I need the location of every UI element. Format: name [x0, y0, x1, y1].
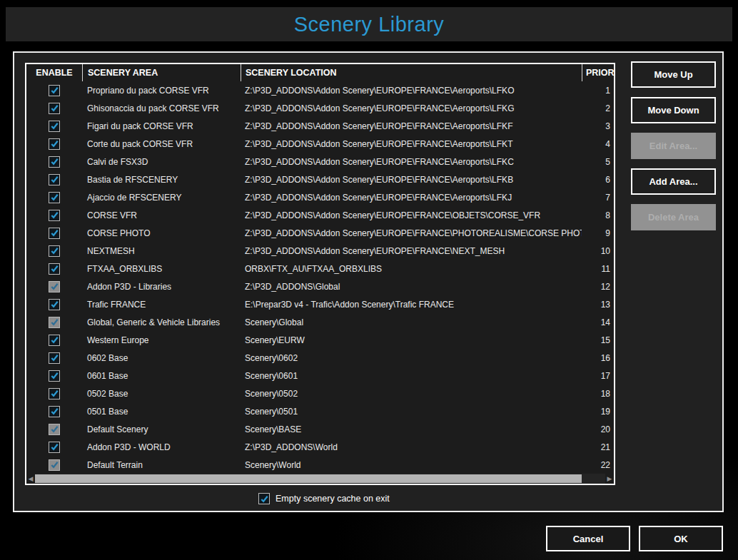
check-icon [50, 282, 59, 291]
table-row[interactable]: Addon P3D - WORLD Z:\P3D_ADDONS\World 21 [26, 438, 614, 456]
scenery-location-cell: Scenery\0602 [241, 353, 582, 363]
table-row[interactable]: NEXTMESH Z:\P3D_ADDONS\Addon Scenery\EUR… [26, 242, 614, 260]
enable-checkbox[interactable] [49, 299, 60, 310]
scenery-location-cell: Z:\P3D_ADDONS\Global [241, 282, 582, 292]
edit-area-button[interactable]: Edit Area... [631, 133, 716, 159]
table-row[interactable]: Default Terrain Scenery\World 22 [26, 456, 614, 474]
scenery-location-cell: Scenery\0501 [241, 407, 582, 417]
check-icon [50, 210, 59, 220]
scrollbar-track[interactable] [35, 474, 605, 484]
scenery-location-cell: ORBX\FTX_AU\FTXAA_ORBXLIBS [241, 264, 582, 274]
scenery-area-cell: FTXAA_ORBXLIBS [82, 264, 241, 274]
scenery-location-cell: Scenery\World [241, 460, 582, 470]
table-row[interactable]: Western Europe Scenery\EURW 15 [26, 331, 614, 349]
check-icon [50, 353, 59, 362]
check-icon [50, 193, 59, 202]
scenery-table: ENABLE SCENERY AREA SCENERY LOCATION PRI… [25, 63, 615, 485]
priority-cell: 1 [582, 86, 614, 96]
table-row[interactable]: Addon P3D - Libraries Z:\P3D_ADDONS\Glob… [26, 278, 614, 295]
column-header-area: SCENERY AREA [82, 64, 241, 81]
check-icon [50, 228, 59, 238]
scroll-left-icon[interactable]: ◀ [26, 474, 35, 484]
priority-cell: 4 [582, 139, 614, 149]
scenery-location-cell: Z:\P3D_ADDONS\Addon Scenery\EUROPE\FRANC… [241, 210, 582, 220]
scenery-area-cell: CORSE VFR [82, 210, 241, 220]
table-row[interactable]: Global, Generic & Vehicle Libraries Scen… [26, 313, 614, 331]
enable-checkbox[interactable] [49, 424, 60, 435]
enable-checkbox[interactable] [49, 388, 60, 399]
enable-checkbox[interactable] [49, 459, 60, 471]
scenery-area-cell: 0601 Base [82, 371, 241, 381]
enable-checkbox[interactable] [49, 228, 60, 239]
horizontal-scrollbar[interactable]: ◀ ▶ [26, 474, 614, 484]
table-row[interactable]: 0502 Base Scenery\0502 18 [26, 385, 614, 402]
enable-checkbox[interactable] [49, 442, 60, 453]
scenery-area-cell: 0502 Base [82, 389, 241, 399]
scroll-right-icon[interactable]: ▶ [605, 474, 614, 484]
scenery-area-cell: Addon P3D - Libraries [82, 282, 241, 292]
scenery-location-cell: Z:\P3D_ADDONS\World [241, 442, 582, 452]
priority-cell: 10 [582, 246, 614, 256]
enable-checkbox[interactable] [49, 406, 60, 417]
move-up-button[interactable]: Move Up [631, 61, 716, 88]
enable-checkbox[interactable] [49, 85, 60, 96]
priority-cell: 19 [582, 407, 614, 417]
enable-checkbox[interactable] [49, 121, 60, 132]
delete-area-button[interactable]: Delete Area [631, 204, 716, 230]
priority-cell: 2 [582, 103, 614, 113]
table-row[interactable]: CORSE VFR Z:\P3D_ADDONS\Addon Scenery\EU… [26, 206, 614, 224]
scenery-area-cell: Default Terrain [82, 460, 241, 470]
column-header-location: SCENERY LOCATION [241, 64, 582, 81]
table-row[interactable]: CORSE PHOTO Z:\P3D_ADDONS\Addon Scenery\… [26, 224, 614, 242]
table-row[interactable]: Default Scenery Scenery\BASE 20 [26, 420, 614, 438]
page-title: Scenery Library [294, 13, 445, 36]
table-row[interactable]: Bastia de RFSCENERY Z:\P3D_ADDONS\Addon … [26, 170, 614, 188]
enable-checkbox[interactable] [49, 281, 60, 292]
table-row[interactable]: Propriano du pack CORSE VFR Z:\P3D_ADDON… [26, 81, 614, 99]
scrollbar-thumb[interactable] [35, 474, 582, 483]
empty-cache-checkbox[interactable] [258, 493, 270, 504]
priority-cell: 15 [582, 335, 614, 345]
enable-checkbox[interactable] [49, 263, 60, 275]
table-row[interactable]: Trafic FRANCE E:\Prepar3D v4 - Trafic\Ad… [26, 295, 614, 313]
scenery-area-cell: Western Europe [82, 335, 241, 345]
scenery-area-cell: Figari du pack CORSE VFR [82, 121, 241, 131]
table-row[interactable]: Ghisonaccia du pack CORSE VFR Z:\P3D_ADD… [26, 99, 614, 117]
add-area-button[interactable]: Add Area... [631, 168, 716, 195]
check-icon [50, 389, 59, 398]
check-icon [50, 442, 59, 452]
ok-button[interactable]: OK [639, 526, 723, 551]
scenery-location-cell: Z:\P3D_ADDONS\Addon Scenery\EUROPE\FRANC… [241, 175, 582, 185]
table-row[interactable]: 0501 Base Scenery\0501 19 [26, 402, 614, 420]
enable-checkbox[interactable] [49, 174, 60, 185]
enable-checkbox[interactable] [49, 138, 60, 150]
scenery-location-cell: Z:\P3D_ADDONS\Addon Scenery\EUROPE\FRANC… [241, 246, 582, 256]
enable-checkbox[interactable] [49, 156, 60, 168]
enable-checkbox[interactable] [49, 245, 60, 257]
enable-checkbox[interactable] [49, 103, 60, 114]
table-row[interactable]: FTXAA_ORBXLIBS ORBX\FTX_AU\FTXAA_ORBXLIB… [26, 260, 614, 278]
table-row[interactable]: 0602 Base Scenery\0602 16 [26, 349, 614, 367]
check-icon [50, 121, 59, 131]
enable-checkbox[interactable] [49, 335, 60, 346]
move-down-button[interactable]: Move Down [631, 97, 716, 123]
table-row[interactable]: Figari du pack CORSE VFR Z:\P3D_ADDONS\A… [26, 117, 614, 135]
enable-checkbox[interactable] [49, 192, 60, 203]
check-icon [50, 371, 59, 380]
scenery-location-cell: Z:\P3D_ADDONS\Addon Scenery\EUROPE\FRANC… [241, 121, 582, 131]
cancel-button[interactable]: Cancel [546, 526, 630, 551]
table-row[interactable]: Ajaccio de RFSCENERY Z:\P3D_ADDONS\Addon… [26, 188, 614, 206]
check-icon [50, 317, 59, 327]
scenery-area-cell: Addon P3D - WORLD [82, 442, 241, 452]
priority-cell: 9 [582, 228, 614, 238]
enable-checkbox[interactable] [49, 352, 60, 364]
table-row[interactable]: Calvi de FSX3D Z:\P3D_ADDONS\Addon Scene… [26, 153, 614, 170]
enable-checkbox[interactable] [49, 370, 60, 382]
enable-checkbox[interactable] [49, 210, 60, 221]
check-icon [50, 300, 59, 309]
table-row[interactable]: 0601 Base Scenery\0601 17 [26, 367, 614, 385]
table-row[interactable]: Corte du pack CORSE VFR Z:\P3D_ADDONS\Ad… [26, 135, 614, 153]
enable-checkbox[interactable] [49, 317, 60, 328]
scenery-library-panel: ENABLE SCENERY AREA SCENERY LOCATION PRI… [13, 51, 724, 512]
scenery-area-cell: 0501 Base [82, 407, 241, 417]
